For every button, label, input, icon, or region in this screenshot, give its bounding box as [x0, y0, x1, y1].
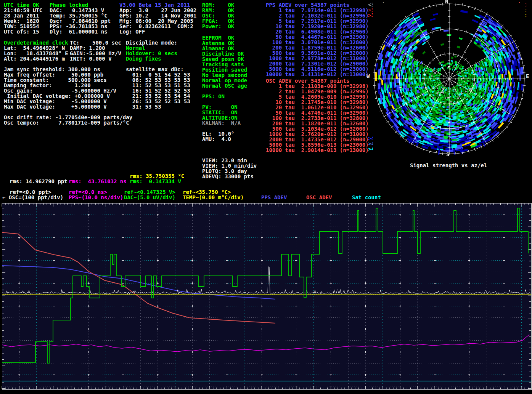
text-line: Time constant: 500.000 secs: [4, 77, 132, 83]
block-jam: Jam sync threshold: 300.000 nsMax freq o…: [4, 67, 132, 125]
text-line: 5 tau 4.2609e-010 (n=32990): [266, 94, 369, 99]
ref-dac-2: DAC~(5.0 uV/div): [124, 195, 175, 200]
compass-w: W: [366, 74, 370, 79]
text-line: TC: 500.0 sec: [70, 40, 121, 45]
text-line: 20 tau 1.0612e-010 (n=32960): [266, 105, 369, 110]
text-line: GAIN:-5.000 Hz/V: [70, 51, 121, 56]
text-line: Position saved: [202, 67, 247, 72]
text-line: TOW: 510554: [4, 24, 42, 29]
text-line: Temp: 35.750015 °C: [50, 13, 111, 18]
compass-e: E: [526, 74, 529, 79]
ref-osc-2: ← OSC=(100 ppt/div): [2, 195, 63, 200]
block-satdbc: satellite max dBc: 01: 0 51 54 52 53 06:…: [126, 67, 190, 109]
text-line: Ser: 0.82362611 COM:2: [119, 24, 196, 29]
text-line: Overdetermined clock: [4, 40, 68, 45]
text-line: GPS: 10.2 14 Nov 2001: [119, 13, 196, 18]
rms-osc: rms: 14.962790 ppt: [10, 179, 68, 184]
text-line: Saved posn OK: [202, 56, 247, 62]
text-line: Alt: 204.46449176 m: [4, 56, 68, 61]
text-line: EEPROM OK: [202, 35, 247, 40]
text-line: UTC ofs: 15: [4, 29, 42, 34]
text-line: No leap second: [202, 72, 247, 78]
text-line: [202, 88, 247, 94]
text-line: 01: 0 51 54 52 53: [126, 72, 190, 77]
text-line: 10 tau 7.1920e-011 (n=32980): [266, 24, 369, 29]
radar-caption: Signal strength vs az/el: [410, 163, 487, 168]
lady-heather-screen: { "palette": { "white":"#f2f2f2","green"…: [0, 0, 532, 394]
block-discipline: Discipline mode:NormalHoldover: 0 secsDo…: [126, 40, 177, 61]
text-line: 50 tau 4.4467e-011 (n=32900): [266, 34, 369, 40]
block-utc: UTC time OK21:48:59 UTC28 Jan 2011Week: …: [4, 2, 42, 34]
text-line: Week: 1620: [4, 18, 42, 24]
text-line: Max DAC voltage: +5.000000 V: [4, 104, 132, 109]
text-line: EL: 10.0°: [202, 131, 234, 136]
label-osc-adev: OSC ADEV: [306, 195, 332, 200]
text-line: Normal OSC age: [202, 83, 247, 88]
block-view: VIEW: 23.0 minVIEW: 1.0 min/divPLOTQ: 3.…: [202, 158, 257, 179]
block-status1: ROM: OKRAM: OKOSC: OKFPGA: OKPower: OK: [202, 2, 234, 29]
text-line: Osc drift rate: -1.770540e-009 parts/day: [4, 115, 132, 120]
text-line: ADEVQ: 33000 pts: [202, 174, 257, 179]
block-status2: EEPROM OKAntenna OKAlmanac OKDiscipline …: [202, 35, 247, 126]
text-line: VIEW: 23.0 min: [202, 158, 257, 163]
ref-pps-1: ref=<0.0 ns>: [69, 189, 107, 195]
text-line: Discipline mode:: [126, 40, 177, 45]
text-line: Osc tempco: 7.780171e-009 parts/°C: [4, 120, 132, 125]
text-line: PPS: ON: [202, 94, 247, 99]
block-phase: Phase lockedDAC: 0.147343 VTemp: 35.7500…: [50, 2, 111, 34]
text-line: Discipline OK: [202, 51, 247, 56]
text-line: 10000 tau 3.4131e-012 (n=13000): [266, 72, 369, 77]
label-sat-count: Sat count: [352, 195, 381, 200]
text-line: ALTITUDE:ON: [202, 115, 247, 120]
text-line: 2000 tau 1.4735e-012 (n=29000): [266, 137, 369, 142]
text-line: 06: 52 53 53 53 53: [126, 77, 190, 83]
text-line: OSC: OK: [202, 13, 234, 18]
text-line: ROM: OK: [202, 2, 234, 8]
text-line: PLOTQ: 3.0 day: [202, 168, 257, 174]
text-line: Power: OK: [202, 24, 234, 29]
text-line: 31: 53 53: [126, 104, 190, 109]
text-line: Normal op mode: [202, 78, 247, 83]
text-line: Log: OFF: [119, 29, 196, 34]
text-line: 1 tau 7.9714e-011 (n=32998): [266, 8, 369, 13]
text-line: KALMAN: N/A: [202, 120, 247, 126]
text-line: [4, 109, 132, 115]
text-line: Osc↑ 7.084610 ppt: [50, 18, 111, 24]
text-line: 5 tau 7.2917e-011 (n=32990): [266, 18, 369, 24]
ref-temp-2: TEMP~(0.00 m°C/div): [183, 195, 244, 200]
text-line: PV: ON: [202, 104, 247, 110]
text-line: Lon: 18.4337848° E: [4, 51, 68, 56]
text-line: V3.00 Beta 15 Jan 2011: [119, 2, 196, 8]
text-line: 200 tau 1.1820e-011 (n=32600): [266, 121, 369, 126]
label-pps-adev: PPS ADEV: [261, 195, 287, 200]
text-line: PPS↑ -36.781853 ns: [50, 24, 111, 29]
text-line: 1000 tau 2.7620e-012 (n=31000): [266, 131, 369, 137]
compass-n: N: [445, 0, 448, 4]
block-adev-osc: OSC ADEV over 54387 points 1 tau 2.1103e…: [266, 78, 369, 153]
text-line: 21:48:59 UTC: [4, 8, 42, 13]
block-version: V3.00 Beta 15 Jan 2011App: 3.0 27 Jun 20…: [119, 2, 196, 34]
text-line: Mfg: 08:00 20 May 2005: [119, 18, 196, 24]
text-line: DAC: 0.147343 V: [50, 8, 111, 13]
text-line: Almanac OK: [202, 46, 247, 51]
text-line: Tracking sats: [202, 62, 247, 67]
text-line: 28 Jan 2011: [4, 13, 42, 18]
ref-temp-1: ref~<35.750 °C>: [183, 189, 231, 195]
rms-pps: rms: 43.761032 ns: [69, 179, 127, 184]
ref-osc-1: ref=<0.0 ppt>: [10, 189, 51, 195]
text-line: 26: 53 52 52 53 53: [126, 99, 190, 104]
compass-s: S: [446, 152, 449, 157]
text-line: 100 tau 3.0701e-011 (n=32800): [266, 40, 369, 45]
text-line: Normal: [126, 45, 177, 51]
text-line: Phase locked: [50, 2, 111, 8]
text-line: 11: 52 53 53 51 53: [126, 83, 190, 88]
text-line: 5000 tau 4.5116e-012 (n=23000): [266, 66, 369, 72]
text-line: Min DAC voltage: -5.000000 V: [4, 99, 132, 104]
text-line: Dly: 61.000001 ns: [50, 29, 111, 34]
text-line: 200 tau 1.8759e-011 (n=32600): [266, 45, 369, 50]
text-line: AMU: 4.0: [202, 136, 234, 142]
text-line: 100 tau 2.2733e-011 (n=32800): [266, 115, 369, 121]
text-line: OSC ADEV over 54387 points: [266, 78, 369, 83]
text-line: UTC time OK: [4, 2, 42, 8]
strip-chart-canvas[interactable]: [0, 202, 532, 394]
